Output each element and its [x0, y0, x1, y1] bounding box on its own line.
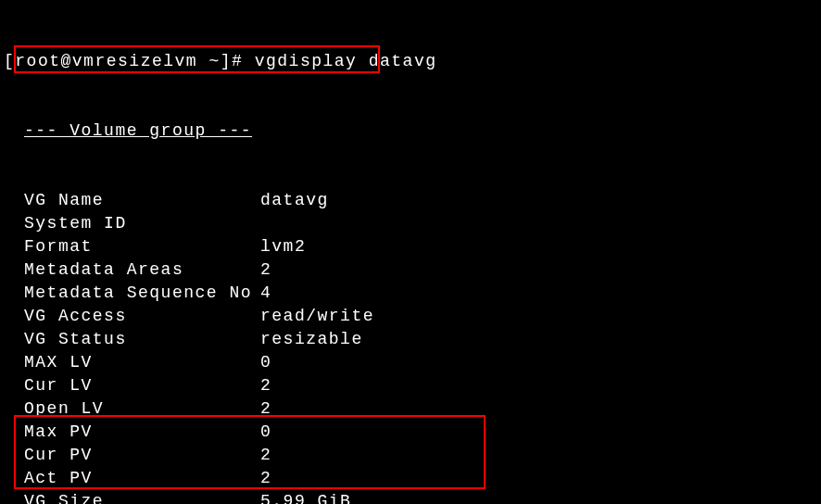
output-rows: VG NamedatavgSystem IDFormatlvm2Metadata…: [2, 189, 819, 504]
row-label: MAX LV: [24, 351, 260, 374]
row-label: Act PV: [24, 467, 260, 490]
row-label: Metadata Sequence No: [24, 282, 260, 305]
row-value: lvm2: [260, 235, 306, 258]
row-value: resizable: [260, 328, 363, 351]
row-label: VG Name: [24, 189, 260, 212]
row-label: Cur LV: [24, 374, 260, 397]
row-label: Format: [24, 235, 260, 258]
output-row: VG Namedatavg: [2, 189, 819, 212]
output-row: Open LV2: [2, 397, 819, 421]
prompt-bracket-close: ]: [221, 52, 232, 70]
row-value: 2: [260, 397, 272, 421]
row-value: read/write: [260, 305, 374, 328]
row-value: 2: [260, 374, 272, 397]
row-label: System ID: [24, 212, 260, 235]
row-label: VG Size: [24, 490, 260, 504]
output-row: Cur LV2: [2, 374, 819, 397]
output-row: Formatlvm2: [2, 235, 819, 258]
row-value: 0: [260, 421, 272, 444]
row-value: 4: [260, 282, 272, 305]
row-label: Max PV: [24, 421, 260, 444]
output-row: MAX LV0: [2, 351, 819, 374]
row-label: Open LV: [24, 397, 260, 421]
command-text: vgdisplay datavg: [255, 52, 437, 70]
row-value: 2: [260, 444, 272, 467]
output-row: Cur PV2: [2, 444, 819, 467]
prompt-hash: #: [232, 52, 255, 70]
prompt-cwd: ~: [197, 52, 221, 70]
row-label: Cur PV: [24, 444, 260, 467]
prompt-bracket-open: [: [4, 52, 15, 70]
output-row: Metadata Areas2: [2, 258, 819, 282]
output-row: System ID: [2, 212, 819, 235]
row-value: 2: [260, 258, 272, 282]
output-row: Act PV2: [2, 467, 819, 490]
prompt-user-host: root@vmresizelvm: [15, 52, 197, 70]
output-row: VG Size5.99 GiB: [2, 490, 819, 504]
row-value: 0: [260, 351, 272, 374]
terminal-output: [root@vmresizelvm ~]# vgdisplay datavg -…: [0, 0, 821, 504]
output-row: Metadata Sequence No4: [2, 282, 819, 305]
command-line[interactable]: [root@vmresizelvm ~]# vgdisplay datavg: [2, 50, 819, 73]
output-row: Max PV0: [2, 421, 819, 444]
row-value: datavg: [260, 189, 329, 212]
row-label: VG Status: [24, 328, 260, 351]
row-value: 5.99 GiB: [260, 490, 351, 504]
section-header: --- Volume group ---: [2, 120, 819, 143]
output-row: VG Statusresizable: [2, 328, 819, 351]
output-row: VG Accessread/write: [2, 305, 819, 328]
row-label: VG Access: [24, 305, 260, 328]
row-label: Metadata Areas: [24, 258, 260, 282]
row-value: 2: [260, 467, 272, 490]
